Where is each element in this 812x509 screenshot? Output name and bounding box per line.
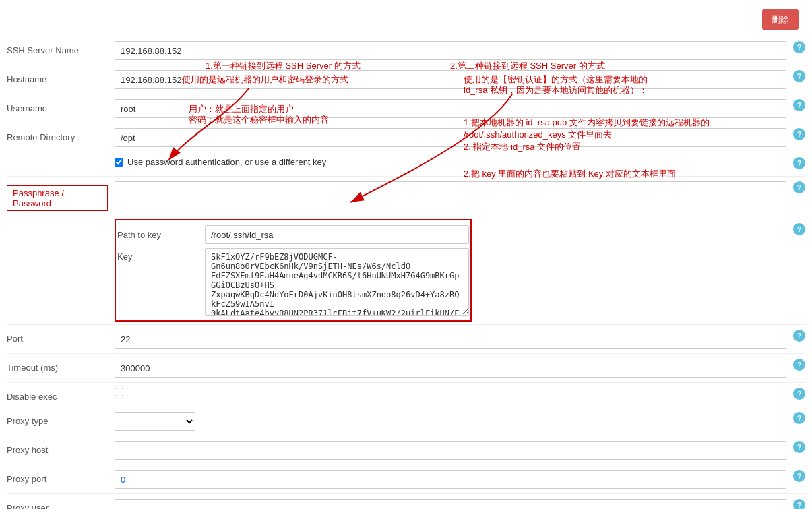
ssh-server-name-row: SSH Server Name ? xyxy=(7,36,805,65)
use-password-auth-wrapper: Use password authentication, or use a di… xyxy=(115,157,805,169)
port-input-wrapper xyxy=(115,330,786,349)
proxy-host-input[interactable] xyxy=(115,441,786,460)
proxy-user-row: Proxy user ? xyxy=(7,494,805,509)
page-wrapper: 删除 SSH Server Name ? Hostname ? xyxy=(0,0,812,509)
key-section-labels xyxy=(7,219,115,322)
passphrase-field-wrapper: ? xyxy=(115,181,805,200)
use-password-auth-text: Use password authentication, or use a di… xyxy=(127,157,326,167)
passphrase-help-icon[interactable]: ? xyxy=(793,181,805,193)
passphrase-row: Passphrase / Password ? xyxy=(7,177,805,216)
proxy-user-input[interactable] xyxy=(115,499,786,509)
remote-directory-input-wrapper xyxy=(115,128,786,147)
proxy-type-row: Proxy type HTTP SOCKS4 SOCKS5 ? xyxy=(7,407,805,436)
key-textarea[interactable]: SkF1xOYZ/rF9bEZ8jVODUGMCF-Gn6un8o0rVEbcK… xyxy=(205,248,469,316)
hostname-label: Hostname xyxy=(7,70,115,84)
use-password-auth-row: Use password authentication, or use a di… xyxy=(7,152,805,177)
timeout-row: Timeout (ms) ? xyxy=(7,354,805,383)
path-to-key-input[interactable] xyxy=(205,225,469,244)
port-label: Port xyxy=(7,330,115,344)
proxy-host-label: Proxy host xyxy=(7,441,115,455)
form-section: SSH Server Name ? Hostname ? Username xyxy=(0,36,812,509)
use-password-auth-checkbox-wrapper: Use password authentication, or use a di… xyxy=(115,157,786,167)
use-password-auth-checkbox[interactable] xyxy=(115,158,123,167)
key-inner-row: Key SkF1xOYZ/rF9bEZ8jVODUGMCF-Gn6un8o0rV… xyxy=(117,246,469,319)
passphrase-input-wrapper xyxy=(115,181,786,200)
remote-directory-row: Remote Directory ? xyxy=(7,123,805,152)
username-row: Username ? xyxy=(7,94,805,123)
use-password-auth-checkbox-row: Use password authentication, or use a di… xyxy=(115,157,786,167)
key-inner-label: Key xyxy=(117,248,205,262)
proxy-port-label: Proxy port xyxy=(7,470,115,484)
proxy-user-label: Proxy user xyxy=(7,499,115,509)
path-to-key-inner-label: Path to key xyxy=(117,230,205,240)
timeout-input[interactable] xyxy=(115,359,786,378)
hostname-row: Hostname ? xyxy=(7,65,805,94)
port-help-icon[interactable]: ? xyxy=(793,330,805,342)
passphrase-label-outer: Passphrase / Password xyxy=(7,181,115,211)
disable-exec-row: Disable exec ? xyxy=(7,383,805,407)
timeout-label: Timeout (ms) xyxy=(7,359,115,373)
hostname-help-icon[interactable]: ? xyxy=(793,70,805,82)
username-field-wrapper: ? xyxy=(115,99,805,118)
timeout-input-wrapper xyxy=(115,359,786,378)
disable-exec-help-icon[interactable]: ? xyxy=(793,388,805,400)
username-input[interactable] xyxy=(115,99,786,118)
ssh-server-name-input-wrapper xyxy=(115,41,786,60)
ssh-server-name-help-icon[interactable]: ? xyxy=(793,41,805,53)
key-section-content: Path to key Key SkF1xOYZ/rF9bEZ8jVODUGMC… xyxy=(115,219,780,322)
delete-btn-row: 删除 xyxy=(0,7,812,36)
proxy-port-input[interactable] xyxy=(115,470,786,489)
proxy-type-field-wrapper: HTTP SOCKS4 SOCKS5 ? xyxy=(115,412,805,431)
hostname-input-wrapper xyxy=(115,70,786,89)
passphrase-input[interactable] xyxy=(115,181,786,200)
proxy-port-field-wrapper: ? xyxy=(115,470,805,489)
path-to-key-inner-row: Path to key xyxy=(117,222,469,246)
proxy-user-input-wrapper xyxy=(115,499,786,509)
key-help-icon[interactable]: ? xyxy=(793,223,805,235)
timeout-field-wrapper: ? xyxy=(115,359,805,378)
remote-directory-help-icon[interactable]: ? xyxy=(793,128,805,140)
proxy-type-help-icon[interactable]: ? xyxy=(793,412,805,424)
use-password-auth-label xyxy=(7,157,115,161)
key-box: Path to key Key SkF1xOYZ/rF9bEZ8jVODUGMC… xyxy=(115,219,472,322)
ssh-server-name-input[interactable] xyxy=(115,41,786,60)
port-field-wrapper: ? xyxy=(115,330,805,349)
proxy-port-help-icon[interactable]: ? xyxy=(793,470,805,482)
ssh-server-name-field-wrapper: ? xyxy=(115,41,805,60)
proxy-host-row: Proxy host ? xyxy=(7,436,805,465)
proxy-host-help-icon[interactable]: ? xyxy=(793,441,805,453)
proxy-host-field-wrapper: ? xyxy=(115,441,805,460)
proxy-type-label: Proxy type xyxy=(7,412,115,426)
proxy-type-select[interactable]: HTTP SOCKS4 SOCKS5 xyxy=(115,412,195,431)
key-section-wrapper: Path to key Key SkF1xOYZ/rF9bEZ8jVODUGMC… xyxy=(7,216,805,325)
username-label: Username xyxy=(7,99,115,113)
disable-exec-label: Disable exec xyxy=(7,388,115,402)
port-row: Port ? xyxy=(7,325,805,354)
key-section-help: ? xyxy=(786,219,805,322)
remote-directory-label: Remote Directory xyxy=(7,128,115,142)
proxy-user-help-icon[interactable]: ? xyxy=(793,499,805,509)
username-input-wrapper xyxy=(115,99,786,118)
ssh-server-name-label: SSH Server Name xyxy=(7,41,115,55)
username-help-icon[interactable]: ? xyxy=(793,99,805,111)
proxy-type-input-wrapper: HTTP SOCKS4 SOCKS5 xyxy=(115,412,786,431)
passphrase-label: Passphrase / Password xyxy=(7,185,108,211)
disable-exec-field-wrapper: ? xyxy=(115,388,805,400)
delete-button[interactable]: 删除 xyxy=(762,9,799,30)
hostname-input[interactable] xyxy=(115,70,786,89)
hostname-field-wrapper: ? xyxy=(115,70,805,89)
disable-exec-checkbox[interactable] xyxy=(115,388,123,396)
use-password-auth-help-icon[interactable]: ? xyxy=(793,157,805,169)
proxy-host-input-wrapper xyxy=(115,441,786,460)
proxy-user-field-wrapper: ? xyxy=(115,499,805,509)
proxy-port-row: Proxy port ? xyxy=(7,465,805,494)
timeout-help-icon[interactable]: ? xyxy=(793,359,805,371)
remote-directory-field-wrapper: ? xyxy=(115,128,805,147)
proxy-port-input-wrapper xyxy=(115,470,786,489)
port-input[interactable] xyxy=(115,330,786,349)
disable-exec-input-wrapper xyxy=(115,388,786,398)
remote-directory-input[interactable] xyxy=(115,128,786,147)
